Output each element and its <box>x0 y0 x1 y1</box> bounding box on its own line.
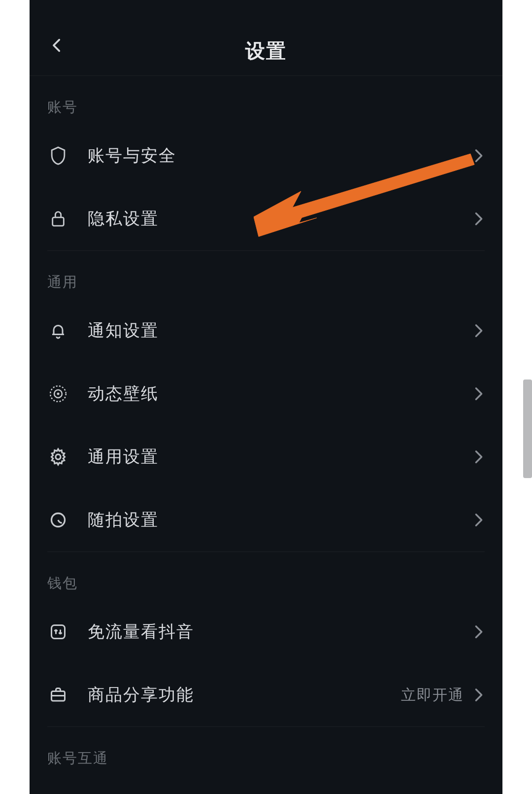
row-data-free-douyin[interactable]: 免流量看抖音 <box>47 600 485 663</box>
svg-rect-0 <box>53 217 64 226</box>
target-icon <box>47 383 69 405</box>
row-label: 随拍设置 <box>88 509 473 531</box>
scrollbar[interactable] <box>523 380 532 478</box>
row-trailing-text: 立即开通 <box>401 685 464 705</box>
row-label: 动态壁纸 <box>88 382 473 405</box>
row-random-shoot-settings[interactable]: 随拍设置 <box>47 488 485 552</box>
chevron-right-icon <box>473 213 485 225</box>
svg-point-4 <box>56 454 61 459</box>
gear-icon <box>47 446 69 468</box>
chevron-right-icon <box>473 451 485 463</box>
chevron-right-icon <box>473 514 485 526</box>
row-privacy-settings[interactable]: 隐私设置 <box>47 187 485 250</box>
chevron-right-icon <box>473 325 485 337</box>
data-swap-icon <box>47 621 69 643</box>
svg-rect-6 <box>52 625 65 639</box>
chevron-left-icon <box>49 37 66 54</box>
circle-sweep-icon <box>47 509 69 531</box>
bell-icon <box>47 320 69 342</box>
row-product-share[interactable]: 商品分享功能 立即开通 <box>47 663 485 726</box>
row-label: 免流量看抖音 <box>88 621 473 643</box>
chevron-right-icon <box>473 689 485 701</box>
section-account: 账号 账号与安全 隐私设置 <box>30 76 502 250</box>
section-header-link: 账号互通 <box>47 727 485 775</box>
row-general-settings[interactable]: 通用设置 <box>47 425 485 488</box>
back-button[interactable] <box>45 34 69 57</box>
row-label: 商品分享功能 <box>88 684 401 706</box>
section-header-general: 通用 <box>47 251 485 299</box>
row-live-wallpaper[interactable]: 动态壁纸 <box>47 362 485 425</box>
chevron-right-icon <box>473 150 485 162</box>
section-wallet: 钱包 免流量看抖音 商品分享功能 <box>30 552 502 726</box>
app-frame: 设置 账号 账号与安全 隐私设置 <box>30 0 502 794</box>
section-header-wallet: 钱包 <box>47 552 485 600</box>
chevron-right-icon <box>473 626 485 638</box>
row-label: 隐私设置 <box>88 207 473 230</box>
section-general: 通用 通知设置 动态壁纸 <box>30 251 502 552</box>
row-account-security[interactable]: 账号与安全 <box>47 124 485 187</box>
shield-icon <box>47 145 69 167</box>
row-notification-settings[interactable]: 通知设置 <box>47 299 485 362</box>
row-label: 通知设置 <box>88 319 473 342</box>
svg-point-3 <box>57 392 59 395</box>
chevron-right-icon <box>473 388 485 400</box>
row-label: 通用设置 <box>88 446 473 468</box>
section-link: 账号互通 <box>30 727 502 775</box>
navbar: 设置 <box>30 0 502 76</box>
lock-icon <box>47 208 69 230</box>
briefcase-icon <box>47 684 69 706</box>
page-title: 设置 <box>30 13 502 89</box>
row-label: 账号与安全 <box>88 144 473 167</box>
